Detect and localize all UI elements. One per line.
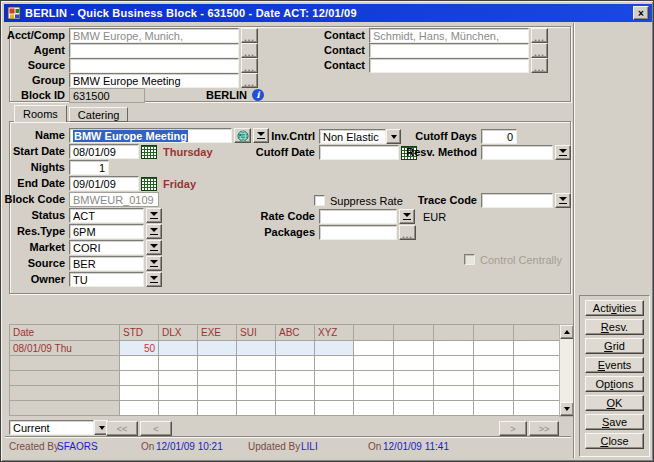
contact1-field[interactable]: Schmidt, Hans, München, <box>369 28 529 43</box>
rate-code-field[interactable] <box>319 209 397 224</box>
translate-globe-button[interactable] <box>234 128 251 143</box>
grid-cell[interactable] <box>354 401 394 416</box>
grid-cell[interactable] <box>120 401 159 416</box>
grid-cell[interactable] <box>434 401 474 416</box>
grid-cell[interactable] <box>434 341 474 356</box>
grid-cell[interactable] <box>276 401 315 416</box>
calendar-icon[interactable] <box>141 145 157 159</box>
grid-cell[interactable] <box>394 371 434 386</box>
grid-cell[interactable] <box>237 386 276 401</box>
nav-next-button[interactable]: > <box>499 421 527 436</box>
info-icon[interactable]: i <box>252 89 264 101</box>
cutoff-date-field[interactable] <box>319 145 399 160</box>
status-lov-button[interactable] <box>146 208 162 223</box>
grid-cell[interactable] <box>474 386 514 401</box>
grid-cell[interactable] <box>159 401 198 416</box>
source-field[interactable] <box>69 58 239 73</box>
grid-cell[interactable] <box>237 401 276 416</box>
grid-cell[interactable] <box>198 341 237 356</box>
grid-cell[interactable] <box>237 341 276 356</box>
resv-method-lov-button[interactable] <box>555 145 571 160</box>
nav-prev-button[interactable]: < <box>140 421 172 436</box>
agent-field[interactable] <box>69 43 239 58</box>
tab-catering[interactable]: Catering <box>69 107 129 122</box>
scroll-down-button[interactable] <box>560 402 574 416</box>
name-lov-button[interactable] <box>253 128 269 143</box>
source-lookup-button[interactable]: ... <box>241 58 258 73</box>
grid-cell[interactable] <box>276 371 315 386</box>
trace-code-lov-button[interactable] <box>555 193 571 208</box>
market-field[interactable]: CORI <box>69 240 144 255</box>
events-button[interactable]: Events <box>585 357 644 373</box>
combo-arrow-icon[interactable] <box>386 129 401 144</box>
agent-lookup-button[interactable]: ... <box>241 43 258 58</box>
packages-lookup-button[interactable]: ... <box>399 225 416 240</box>
name-field[interactable]: BMW Europe Meeting <box>69 128 232 143</box>
grid-cell[interactable] <box>514 341 560 356</box>
owner-field[interactable]: TU <box>69 272 144 287</box>
activities-button[interactable]: Activities <box>585 300 644 316</box>
grid-cell[interactable]: 50 <box>120 341 159 356</box>
grid-cell[interactable] <box>120 386 159 401</box>
grid-cell[interactable] <box>394 401 434 416</box>
grid-cell[interactable] <box>434 356 474 371</box>
grid-cell[interactable] <box>120 356 159 371</box>
trace-code-field[interactable] <box>481 193 553 208</box>
grid-cell[interactable] <box>434 371 474 386</box>
group-lookup-button[interactable]: ... <box>241 73 258 88</box>
grid-cell[interactable] <box>315 386 354 401</box>
grid-cell[interactable] <box>394 356 434 371</box>
grid-cell[interactable] <box>276 356 315 371</box>
close-button[interactable]: × <box>633 6 649 20</box>
packages-field[interactable] <box>319 225 397 240</box>
nav-last-button[interactable]: >> <box>529 421 559 436</box>
grid-cell[interactable] <box>237 371 276 386</box>
grid-cell[interactable] <box>315 401 354 416</box>
market-lov-button[interactable] <box>146 240 162 255</box>
resv-button[interactable]: Resv. <box>585 319 644 335</box>
rate-code-lov-button[interactable] <box>399 209 415 224</box>
block-source-lov-button[interactable] <box>146 256 162 271</box>
tab-rooms[interactable]: Rooms <box>14 105 67 122</box>
resv-method-field[interactable] <box>481 145 553 160</box>
grid-cell[interactable] <box>159 371 198 386</box>
grid-cell[interactable] <box>434 386 474 401</box>
res-type-field[interactable]: 6PM <box>69 224 144 239</box>
grid-cell[interactable] <box>315 341 354 356</box>
grid-button[interactable]: Grid <box>585 338 644 354</box>
block-source-field[interactable]: BER <box>69 256 144 271</box>
status-field[interactable]: ACT <box>69 208 144 223</box>
nav-first-button[interactable]: << <box>106 421 138 436</box>
grid-cell[interactable] <box>474 401 514 416</box>
view-select-combobox[interactable]: Current <box>9 420 109 435</box>
grid-cell[interactable] <box>354 356 394 371</box>
group-field[interactable]: BMW Europe Meeting <box>69 73 239 88</box>
grid-cell[interactable] <box>159 341 198 356</box>
grid-cell[interactable] <box>276 386 315 401</box>
grid-cell[interactable] <box>514 356 560 371</box>
start-date-field[interactable]: 08/01/09 <box>69 144 139 159</box>
end-date-field[interactable]: 09/01/09 <box>69 176 139 191</box>
contact2-lookup-button[interactable]: ... <box>531 43 548 58</box>
contact3-lookup-button[interactable]: ... <box>531 58 548 73</box>
grid-cell[interactable] <box>315 356 354 371</box>
contact2-field[interactable] <box>369 43 529 58</box>
grid-cell[interactable] <box>198 356 237 371</box>
grid-cell[interactable] <box>159 386 198 401</box>
grid-cell[interactable] <box>354 371 394 386</box>
grid-cell[interactable] <box>276 341 315 356</box>
grid-cell[interactable] <box>354 341 394 356</box>
res-type-lov-button[interactable] <box>146 224 162 239</box>
grid-cell[interactable] <box>159 356 198 371</box>
suppress-rate-checkbox[interactable] <box>314 195 325 206</box>
grid-cell[interactable] <box>315 371 354 386</box>
save-button[interactable]: Save <box>585 414 644 430</box>
contact3-field[interactable] <box>369 58 529 73</box>
grid-cell[interactable] <box>120 371 159 386</box>
grid-cell[interactable] <box>514 401 560 416</box>
grid-cell[interactable] <box>394 341 434 356</box>
grid-cell[interactable] <box>394 386 434 401</box>
grid-cell[interactable] <box>514 371 560 386</box>
ok-button[interactable]: OK <box>585 395 644 411</box>
cutoff-days-field[interactable]: 0 <box>481 129 517 144</box>
